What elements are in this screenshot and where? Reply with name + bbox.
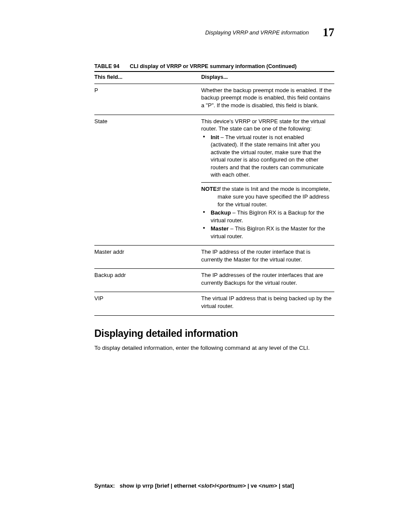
running-title: Displaying VRRP and VRRPE information <box>205 29 309 36</box>
desc-text: The virtual IP address that is being bac… <box>201 295 332 310</box>
note-text: If the state is Init and the mode is inc… <box>201 185 332 208</box>
field-desc: This device's VRRP or VRRPE state for th… <box>201 115 334 246</box>
syntax-var-num: num <box>262 482 274 489</box>
backup-label: Backup <box>211 209 231 216</box>
table-row: State This device's VRRP or VRRPE state … <box>94 115 334 246</box>
table-row: Master addr The IP address of the router… <box>94 246 334 269</box>
list-item: Master – This BigIron RX is the Master f… <box>209 225 332 240</box>
running-header: Displaying VRRP and VRRPE information 17 <box>94 26 334 39</box>
field-desc: Whether the backup preempt mode is enabl… <box>201 84 334 115</box>
note: NOTE: If the state is Init and the mode … <box>201 185 332 208</box>
field-name: Backup addr <box>94 269 201 292</box>
syntax-var-port: portnum <box>220 482 243 489</box>
desc-text: The IP address of the router interface t… <box>201 248 332 263</box>
state-list-2: Backup – This BigIron RX is a Backup for… <box>201 209 332 240</box>
init-text: – The virtual router is not enabled (act… <box>211 134 324 178</box>
col-field-header: This field... <box>94 72 201 84</box>
list-item: Backup – This BigIron RX is a Backup for… <box>209 209 332 224</box>
syntax-mid1: >/< <box>212 482 220 489</box>
field-name: State <box>94 115 201 246</box>
table-row: VIP The virtual IP address that is being… <box>94 292 334 315</box>
master-label: Master <box>211 225 229 232</box>
list-item: Init – The virtual router is not enabled… <box>209 134 332 179</box>
note-label: NOTE: <box>201 186 218 192</box>
table-row: P Whether the backup preempt mode is ena… <box>94 84 334 115</box>
summary-table: This field... Displays... P Whether the … <box>94 71 334 316</box>
syntax-var-slot: slot <box>201 482 211 489</box>
field-desc: The IP address of the router interface t… <box>201 246 334 269</box>
syntax-line: Syntax: show ip vrrp [brief | ethernet <… <box>94 482 294 489</box>
inner-separator <box>201 182 332 183</box>
chapter-number: 17 <box>323 26 334 39</box>
syntax-mid2: > | ve < <box>243 482 262 489</box>
section-body: To display detailed information, enter t… <box>94 345 334 351</box>
syntax-cmd-pre: show ip vrrp [brief | ethernet < <box>120 482 201 489</box>
col-desc-header: Displays... <box>201 72 334 84</box>
desc-text: The IP addresses of the router interface… <box>201 271 332 286</box>
field-desc: The virtual IP address that is being bac… <box>201 292 334 315</box>
desc-intro: This device's VRRP or VRRPE state for th… <box>201 118 332 133</box>
syntax-tail: > | stat] <box>274 482 294 489</box>
section-heading: Displaying detailed information <box>94 328 334 339</box>
field-name: Master addr <box>94 246 201 269</box>
syntax-label: Syntax: <box>94 482 115 489</box>
table-header-row: This field... Displays... <box>94 72 334 84</box>
table-label: TABLE 94 <box>94 63 119 69</box>
field-name: P <box>94 84 201 115</box>
state-list: Init – The virtual router is not enabled… <box>201 134 332 179</box>
table-caption: TABLE 94 CLI display of VRRP or VRRPE su… <box>94 63 334 69</box>
field-name: VIP <box>94 292 201 315</box>
desc-text: Whether the backup preempt mode is enabl… <box>201 87 332 109</box>
init-label: Init <box>211 134 219 140</box>
field-desc: The IP addresses of the router interface… <box>201 269 334 292</box>
table-title: CLI display of VRRP or VRRPE summary inf… <box>130 63 296 69</box>
page: Displaying VRRP and VRRPE information 17… <box>0 0 411 532</box>
table-row: Backup addr The IP addresses of the rout… <box>94 269 334 292</box>
